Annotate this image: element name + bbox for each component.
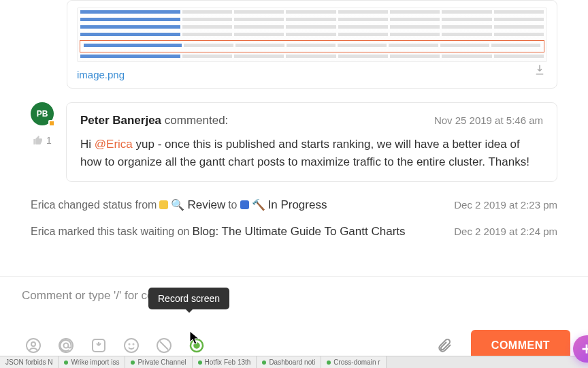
comment-action: commented: [161,114,228,127]
thumbs-up-icon [33,135,44,146]
svg-point-5 [125,339,138,352]
avatar[interactable]: PB [31,102,54,125]
emoji-icon[interactable] [122,337,140,354]
comment-card: Peter Banerjea commented: Nov 25 2019 at… [66,102,557,182]
activity-feed: image.png PB 1 Peter Banerjea comme [0,0,588,276]
avatar-status-badge [48,120,55,127]
comment-author[interactable]: Peter Banerjea [80,114,161,127]
browser-tab[interactable]: JSON forbids N [0,356,59,368]
comment-row: PB 1 Peter Banerjea commented: Nov 25 20… [31,102,557,182]
comment-meta-col: PB 1 [31,102,54,182]
mention-person-icon[interactable] [24,337,42,354]
attachment-preview [77,7,547,62]
activity-waiting-on: Erica marked this task waiting on Blog: … [31,222,557,241]
attachment-filename[interactable]: image.png [77,69,125,80]
status-to: In Progress [268,196,327,214]
browser-tab[interactable]: Hotfix Feb 13th [193,356,257,368]
at-icon[interactable] [57,337,75,354]
linked-task[interactable]: Blog: The Ultimate Guide To Gantt Charts [192,222,405,241]
activity-verb: marked this task waiting on [58,223,189,241]
comment-composer: Comment or type '/' for commands [0,276,588,368]
status-chip-to [240,200,249,209]
comment-input[interactable]: Comment or type '/' for commands [22,289,570,303]
activity-status-change: Erica changed status from 🔍 Review to 🔨 … [31,196,557,214]
magnifier-icon: 🔍 [171,196,184,214]
download-icon[interactable] [534,63,546,78]
like-button[interactable]: 1 [33,135,52,146]
browser-tab[interactable]: Wrike import iss [59,356,125,368]
activity-actor: Erica [31,223,55,241]
browser-tab[interactable]: Private Channel [125,356,192,368]
status-from: Review [187,196,225,214]
activity-verb: changed status from [58,196,157,214]
browser-tab[interactable]: Dashboard noti [257,356,321,368]
attachment-card[interactable]: image.png [67,0,557,89]
mention[interactable]: @Erica [95,138,133,151]
svg-point-7 [133,344,134,345]
comment-header: Peter Banerjea commented: Nov 25 2019 at… [80,114,543,127]
like-count: 1 [46,135,52,146]
comment-body: Hi @Erica yup - once this is published a… [80,136,543,170]
svg-point-3 [64,343,69,348]
browser-tabs-bar: JSON forbids N Wrike import iss Private … [0,356,588,368]
activity-timestamp: Dec 2 2019 at 2:23 pm [454,199,557,211]
cursor-pointer [188,330,201,349]
hammer-icon: 🔨 [252,196,265,214]
svg-point-6 [129,344,130,345]
tooltip: Record screen [148,288,229,309]
status-chip-from [159,200,168,209]
task-panel: image.png PB 1 Peter Banerjea comme [0,0,588,368]
svg-point-1 [31,342,35,346]
avatar-initials: PB [37,109,48,119]
assign-icon[interactable] [90,337,108,354]
browser-tab[interactable]: Cross-domain r [321,356,386,368]
paperclip-icon[interactable] [436,337,453,354]
comment-timestamp: Nov 25 2019 at 5:46 am [434,114,543,126]
activity-actor: Erica [31,196,55,214]
activity-timestamp: Dec 2 2019 at 2:24 pm [454,226,557,237]
block-icon[interactable] [155,337,173,354]
